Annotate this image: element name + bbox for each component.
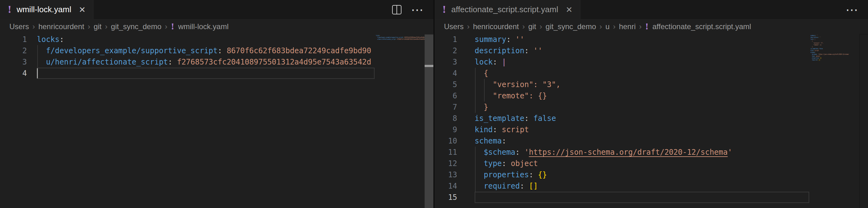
line-number[interactable]: 7 xyxy=(435,102,457,113)
split-editor-icon[interactable] xyxy=(392,5,401,15)
code-line-text: "remote": {} xyxy=(475,90,809,102)
code-line-text: description: '' xyxy=(475,45,809,56)
scrollbar-left[interactable] xyxy=(425,34,433,208)
yaml-file-icon: ! xyxy=(171,23,174,31)
code-line[interactable]: 3 u/henri/affectionate_script: f2768573c… xyxy=(0,56,375,68)
code-line[interactable]: 7 } xyxy=(435,102,809,113)
code-line-text xyxy=(475,192,809,203)
line-number[interactable]: 1 xyxy=(435,34,457,45)
breadcrumb-item[interactable]: henri xyxy=(619,22,636,31)
code-line[interactable]: 12 type: object xyxy=(435,158,809,169)
breadcrumb-separator-icon: › xyxy=(540,22,542,31)
code-line[interactable]: 13 properties: {} xyxy=(435,169,809,180)
line-number[interactable]: 14 xyxy=(435,180,457,192)
line-number[interactable]: 11 xyxy=(435,147,457,158)
breadcrumb-item-file[interactable]: !affectionate_script.script.yaml xyxy=(645,22,751,31)
line-number[interactable]: 15 xyxy=(435,192,457,203)
breadcrumb-item[interactable]: Users xyxy=(444,22,464,31)
code-line[interactable]: 2 f/developers_example/supportive_script… xyxy=(0,45,375,56)
editor-right: 1summary: ''2description: ''3lock: |4 {5… xyxy=(435,34,868,208)
breadcrumb-separator-icon: › xyxy=(639,22,642,31)
code-line[interactable]: 15 xyxy=(435,192,809,203)
scrollbar-slider[interactable] xyxy=(425,34,433,208)
minimap-left[interactable]: locks: f/developers_example/supportive_s… xyxy=(375,34,425,208)
line-number[interactable]: 3 xyxy=(0,56,27,68)
yaml-file-icon: ! xyxy=(645,23,649,31)
line-number[interactable]: 1 xyxy=(0,34,27,45)
line-number[interactable]: 13 xyxy=(435,169,457,180)
breadcrumb-item[interactable]: henricourdent xyxy=(38,22,85,31)
code-line[interactable]: 3lock: | xyxy=(435,56,809,68)
close-icon[interactable]: ✕ xyxy=(79,6,86,14)
indent-guide xyxy=(475,147,475,158)
indent-guide xyxy=(37,56,38,68)
breadcrumb-item[interactable]: git xyxy=(528,22,536,31)
line-number[interactable]: 6 xyxy=(435,90,457,102)
code-line[interactable]: 4 xyxy=(0,68,375,79)
code-line[interactable]: 11 $schema: 'https://json-schema.org/dra… xyxy=(435,147,809,158)
editor-actions-right: ⋯ xyxy=(845,0,868,19)
breadcrumb-item[interactable]: git_sync_demo xyxy=(111,22,161,31)
code-line-text: required: [] xyxy=(475,180,809,192)
line-number[interactable]: 4 xyxy=(0,68,27,79)
code-line[interactable]: 2description: '' xyxy=(435,45,809,56)
code-line[interactable]: 10schema: xyxy=(435,135,809,147)
tab-label: affectionate_script.script.yaml xyxy=(451,5,558,15)
breadcrumb-item[interactable]: u xyxy=(606,22,610,31)
code-line[interactable]: 1locks: xyxy=(0,34,375,45)
line-number[interactable]: 2 xyxy=(0,45,27,56)
line-number[interactable]: 12 xyxy=(435,158,457,169)
indent-guide xyxy=(484,79,485,90)
vscode-workbench: ! wmill-lock.yaml ✕ ⋯ Users›henricourden… xyxy=(0,0,868,208)
editor-group-left: ! wmill-lock.yaml ✕ ⋯ Users›henricourden… xyxy=(0,0,433,208)
minimap-right[interactable]: summary: ''description: ''lock: | { "ver… xyxy=(809,34,859,208)
breadcrumb-separator-icon: › xyxy=(522,22,525,31)
more-actions-icon[interactable]: ⋯ xyxy=(845,5,859,15)
close-icon[interactable]: ✕ xyxy=(566,6,572,14)
text-cursor xyxy=(37,68,38,78)
breadcrumb-separator-icon: › xyxy=(467,22,470,31)
code-line-text: } xyxy=(475,102,809,113)
breadcrumb: Users›henricourdent›git›git_sync_demo›u›… xyxy=(435,20,868,34)
breadcrumb-item[interactable]: henricourdent xyxy=(473,22,519,31)
code-line[interactable]: 4 { xyxy=(435,68,809,79)
line-number[interactable]: 3 xyxy=(435,56,457,68)
line-number[interactable]: 9 xyxy=(435,124,457,135)
code-line[interactable]: 8is_template: false xyxy=(435,113,809,124)
indent-guide xyxy=(484,90,485,102)
code-line-text: kind: script xyxy=(475,124,809,135)
code-line[interactable]: 1summary: '' xyxy=(435,34,809,45)
code-area-left[interactable]: 1locks:2 f/developers_example/supportive… xyxy=(0,34,375,208)
line-number[interactable]: 8 xyxy=(435,113,457,124)
code-line[interactable]: 9kind: script xyxy=(435,124,809,135)
breadcrumb-item[interactable]: git_sync_demo xyxy=(546,22,596,31)
line-number[interactable]: 5 xyxy=(435,79,457,90)
code-line-text: "version": "3", xyxy=(475,79,809,90)
editor-actions-left: ⋯ xyxy=(392,0,433,19)
code-area-right[interactable]: 1summary: ''2description: ''3lock: |4 {5… xyxy=(435,34,809,208)
editor-left: 1locks:2 f/developers_example/supportive… xyxy=(0,34,433,208)
code-line[interactable]: 14 required: [] xyxy=(435,180,809,192)
scrollbar-right[interactable] xyxy=(859,34,868,208)
code-line-text: u/henri/affectionate_script: f2768573cfc… xyxy=(37,56,375,68)
code-line-text: is_template: false xyxy=(475,113,809,124)
line-number[interactable]: 2 xyxy=(435,45,457,56)
code-line[interactable]: 5 "version": "3", xyxy=(435,79,809,90)
code-line-text: f/developers_example/supportive_script: … xyxy=(37,45,375,56)
tab-bar-left: ! wmill-lock.yaml ✕ ⋯ xyxy=(0,0,433,20)
code-line[interactable]: 6 "remote": {} xyxy=(435,90,809,102)
breadcrumb-item[interactable]: Users xyxy=(9,22,29,31)
line-number[interactable]: 10 xyxy=(435,135,457,147)
breadcrumb-item[interactable]: git xyxy=(93,22,101,31)
indent-guide xyxy=(475,180,475,192)
line-number[interactable]: 4 xyxy=(435,68,457,79)
breadcrumb-item-file[interactable]: !wmill-lock.yaml xyxy=(171,22,228,31)
code-line-text: properties: {} xyxy=(475,169,809,180)
tab-affectionate-script-yaml[interactable]: ! affectionate_script.script.yaml ✕ xyxy=(435,0,580,19)
more-actions-icon[interactable]: ⋯ xyxy=(411,5,424,15)
indent-guide xyxy=(37,45,38,56)
code-line-text: $schema: 'https://json-schema.org/draft/… xyxy=(475,147,809,158)
breadcrumb-separator-icon: › xyxy=(105,22,107,31)
breadcrumb-separator-icon: › xyxy=(33,22,35,31)
tab-wmill-lock-yaml[interactable]: ! wmill-lock.yaml ✕ xyxy=(0,0,93,19)
